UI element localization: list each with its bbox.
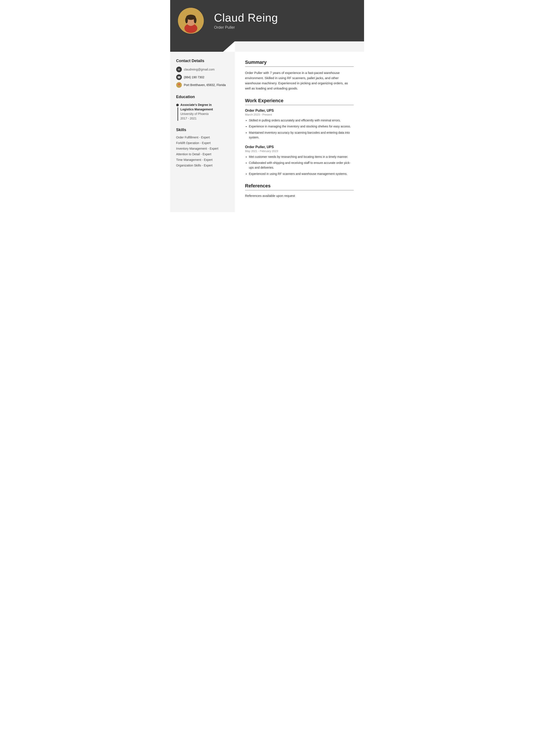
job-2-bullet-3: Experienced in using RF scanners and war… [249,172,354,176]
job-1-title: Order Puller, UPS [245,109,354,113]
main-content: Summary Order Puller with 7 years of exp… [235,52,364,212]
work-experience-section: Work Experience Order Puller, UPS March … [245,98,354,176]
work-experience-title: Work Experience [245,98,354,105]
references-section: References References available upon req… [245,183,354,198]
edu-bar [177,107,178,121]
education-title: Education [176,94,229,99]
svg-point-6 [194,17,196,23]
edu-degree-line2: Logistics Management [181,108,213,111]
job-1-bullet-3: Maintained inventory accuracy by scannin… [249,130,354,140]
email-link[interactable]: claudreing@gmail.com [184,68,215,71]
references-text: References available upon request [245,194,354,198]
edu-bullet [176,104,179,106]
job-2-bullets: Met customer needs by researching and lo… [245,154,354,176]
skills-section: Skills Order Fulfillment - Expert Forkli… [176,128,229,167]
location-item: 📍 Port Bretthaven, 65832, Florida [176,82,229,88]
references-title: References [245,183,354,190]
chevron-left [170,41,235,52]
edu-degree-line1: Associate's Degree in [181,103,212,107]
skills-title: Skills [176,128,229,132]
job-2-bullet-1: Met customer needs by researching and lo… [249,154,354,159]
job-1-date: March 2023 - Present [245,113,354,116]
phone-item: ☎ (884) 190 7302 [176,74,229,80]
header-text: Claud Reing Order Puller [214,12,278,30]
job-2: Order Puller, UPS May 2021 - February 20… [245,145,354,176]
summary-title: Summary [245,60,354,67]
education-item: Associate's Degree in Logistics Manageme… [176,103,229,121]
summary-text: Order Puller with 7 years of experience … [245,70,354,91]
phone-icon: ☎ [176,74,182,80]
summary-section: Summary Order Puller with 7 years of exp… [245,60,354,91]
contact-section: Contact Details ✉ claudreing@gmail.com ☎… [176,59,229,88]
job-2-title: Order Puller, UPS [245,145,354,149]
edu-content: Associate's Degree in Logistics Manageme… [181,103,213,121]
skill-item-3: Inventory Management - Expert [176,147,229,150]
job-1-bullets: Skilled in pulling orders accurately and… [245,118,354,140]
location-icon: 📍 [176,82,182,88]
email-icon: ✉ [176,67,182,72]
education-section: Education Associate's Degree in Logistic… [176,94,229,121]
sidebar: Contact Details ✉ claudreing@gmail.com ☎… [170,52,235,212]
edu-bullet-col [176,103,181,121]
candidate-name: Claud Reing [214,12,278,24]
job-2-bullet-2: Collaborated with shipping and receiving… [249,160,354,170]
skill-item-2: Forklift Operation - Expert [176,141,229,145]
skill-item-5: Time Management - Expert [176,158,229,162]
skill-item-1: Order Fulfillment - Expert [176,136,229,139]
svg-point-5 [185,17,188,23]
resume-header: Claud Reing Order Puller [170,0,364,41]
job-1: Order Puller, UPS March 2023 - Present S… [245,109,354,140]
job-2-date: May 2021 - February 2023 [245,149,354,153]
location-text: Port Bretthaven, 65832, Florida [184,83,226,87]
resume-body: Contact Details ✉ claudreing@gmail.com ☎… [170,52,364,212]
chevron-right [235,41,364,52]
avatar [178,8,204,34]
edu-years: 2017 - 2021 [181,116,213,121]
phone-text: (884) 190 7302 [184,75,204,79]
skill-item-6: Organization Skills - Expert [176,164,229,167]
edu-school: University of Phoenix [181,112,213,116]
chevron-divider [170,41,364,52]
email-item: ✉ claudreing@gmail.com [176,67,229,72]
contact-title: Contact Details [176,59,229,63]
skill-item-4: Attention to Detail - Expert [176,152,229,156]
job-1-bullet-2: Experience in managing the inventory and… [249,124,354,129]
job-1-bullet-1: Skilled in pulling orders accurately and… [249,118,354,123]
candidate-title: Order Puller [214,25,278,30]
